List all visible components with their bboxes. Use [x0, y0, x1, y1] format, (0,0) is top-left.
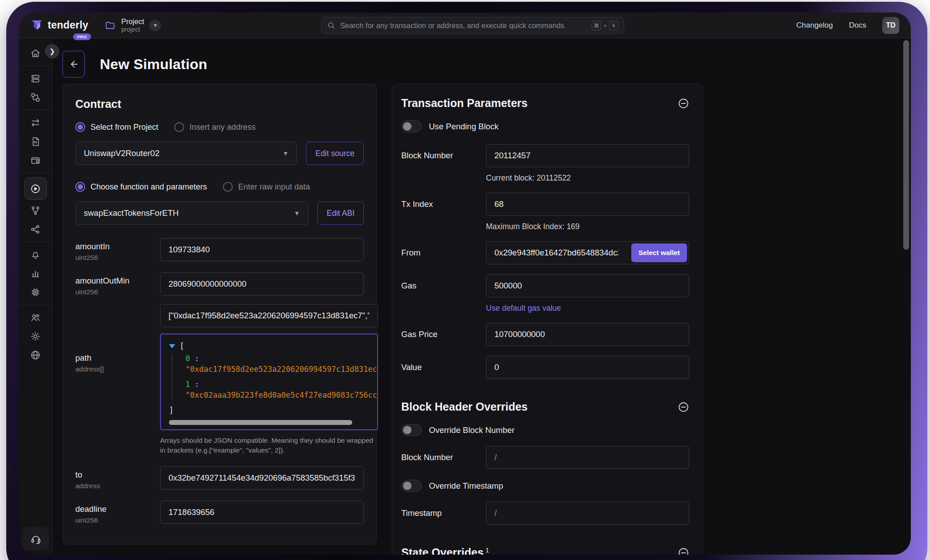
sidebar-item-dashboards[interactable] [26, 69, 45, 88]
override-block-number-input[interactable] [486, 446, 689, 469]
transfer-arrows-icon [30, 117, 41, 128]
tx-index-input[interactable] [486, 193, 689, 216]
device-frame: tenderly PRO Project project ▼ [6, 2, 927, 560]
share-network-icon [30, 224, 41, 235]
path-json-viewer[interactable]: [ 0 : "0xdac17f958d2ee523a2206206994597c… [160, 334, 378, 430]
param-type: address[] [75, 365, 160, 373]
current-block-helper: Current block: 20112522 [486, 173, 689, 183]
function-select[interactable]: swapExactTokensForETH ▼ [75, 202, 309, 225]
radio-select-from-project[interactable]: Select from Project [75, 122, 158, 132]
support-button[interactable] [22, 527, 49, 550]
sidebar-expand-button[interactable]: ❯ [45, 44, 59, 58]
sidebar-item-forks[interactable] [26, 201, 45, 220]
headset-icon [30, 533, 42, 545]
users-icon [30, 312, 41, 323]
amountIn-input[interactable] [160, 238, 364, 261]
state-overrides-title: State Overrides1 [401, 546, 489, 555]
transaction-parameters-panel: Transaction Parameters Use Pending Block… [392, 84, 703, 555]
override-timestamp-input[interactable] [486, 502, 689, 525]
project-switcher[interactable]: Project project ▼ [104, 17, 161, 33]
tx-index-label: Tx Index [401, 199, 486, 209]
home-icon [30, 48, 41, 59]
contract-section-title: Contract [75, 98, 364, 111]
search-input[interactable] [340, 21, 587, 30]
workflow-icon [30, 92, 41, 103]
sidebar-item-contracts[interactable] [26, 132, 45, 151]
collapse-section-icon[interactable] [678, 547, 689, 555]
max-block-index-helper: Maximum Block Index: 169 [486, 222, 689, 231]
contract-select[interactable]: UniswapV2Router02 ▼ [75, 142, 297, 165]
block-number-input[interactable] [486, 144, 689, 167]
sidebar: ❯ [19, 38, 53, 555]
sidebar-item-collaborators[interactable] [26, 308, 45, 327]
docs-link[interactable]: Docs [849, 21, 866, 30]
sidebar-item-alerts[interactable] [26, 245, 45, 264]
value-label: Value [401, 362, 486, 372]
json-colon: : [195, 354, 199, 363]
edit-abi-button[interactable]: Edit ABI [317, 202, 364, 225]
json-bracket: ] [169, 406, 377, 415]
sidebar-item-web3-actions[interactable] [26, 220, 45, 239]
json-index: 0 [185, 354, 190, 363]
sidebar-item-analytics[interactable] [26, 264, 45, 283]
project-subname: project [121, 26, 144, 33]
use-pending-block-toggle[interactable] [401, 120, 422, 132]
tx-params-title: Transaction Parameters [401, 97, 527, 110]
folder-icon [104, 20, 116, 31]
use-default-gas-link[interactable]: Use default gas value [486, 304, 689, 313]
radio-label: Choose function and parameters [91, 182, 207, 192]
sidebar-item-transactions[interactable] [26, 113, 45, 132]
project-chevron-down-icon[interactable]: ▼ [149, 20, 161, 31]
json-string-value: "0xdac17f958d2ee523a2206206994597c13d831… [185, 365, 377, 374]
global-search[interactable]: ⌘ + k [321, 17, 624, 34]
sidebar-item-networks[interactable] [26, 346, 45, 364]
path-input[interactable] [160, 304, 378, 327]
to-input[interactable] [160, 466, 364, 490]
param-type: address [75, 482, 160, 490]
json-collapse-icon[interactable] [169, 344, 175, 348]
override-timestamp-toggle[interactable] [401, 480, 422, 492]
sidebar-item-node[interactable] [26, 283, 45, 301]
user-avatar[interactable]: TD [882, 17, 899, 34]
project-name: Project [121, 17, 144, 26]
sidebar-item-simulator-selected[interactable] [25, 177, 47, 200]
sidebar-item-wallets[interactable] [26, 151, 45, 169]
toggle-label: Use Pending Block [429, 122, 498, 132]
amountOutMin-input[interactable] [160, 272, 364, 296]
gas-label: Gas [401, 281, 486, 291]
contract-select-value: UniswapV2Router02 [84, 148, 160, 158]
changelog-link[interactable]: Changelog [796, 21, 833, 30]
top-bar: tenderly PRO Project project ▼ [19, 12, 911, 38]
radio-insert-any-address[interactable]: Insert any address [174, 122, 255, 132]
radio-label: Enter raw input data [238, 182, 310, 192]
sidebar-divider [19, 242, 53, 242]
cmd-key-badge: ⌘ [592, 21, 601, 30]
json-index: 1 [185, 380, 190, 389]
tenderly-logo-icon [30, 19, 44, 32]
radio-on-icon [75, 182, 85, 192]
json-horizontal-scrollbar[interactable] [169, 420, 373, 425]
radio-off-icon [223, 182, 233, 192]
brand[interactable]: tenderly PRO [30, 19, 88, 32]
sidebar-item-settings[interactable] [26, 327, 45, 346]
value-input[interactable] [486, 356, 689, 379]
param-name-path: path [75, 353, 160, 363]
deadline-input[interactable] [160, 501, 364, 524]
gas-price-input[interactable] [486, 323, 689, 346]
collapse-section-icon[interactable] [678, 401, 689, 413]
param-name-amountOutMin: amountOutMin [75, 276, 160, 286]
override-block-number-toggle[interactable] [401, 424, 422, 436]
chip-icon [30, 287, 41, 298]
param-type: uint256 [75, 288, 160, 296]
edit-source-button[interactable]: Edit source [306, 142, 364, 165]
collapse-section-icon[interactable] [678, 98, 689, 109]
select-wallet-button[interactable]: Select wallet [631, 243, 687, 262]
gas-input[interactable] [486, 274, 689, 297]
param-name-amountIn: amountIn [75, 242, 160, 251]
radio-raw-input[interactable]: Enter raw input data [223, 182, 310, 192]
back-button[interactable] [62, 51, 85, 78]
radio-choose-function[interactable]: Choose function and parameters [75, 182, 207, 192]
sidebar-item-virtual-testnets[interactable] [26, 88, 45, 107]
vertical-scrollbar[interactable] [903, 40, 909, 250]
sidebar-item-home[interactable] [26, 44, 45, 62]
